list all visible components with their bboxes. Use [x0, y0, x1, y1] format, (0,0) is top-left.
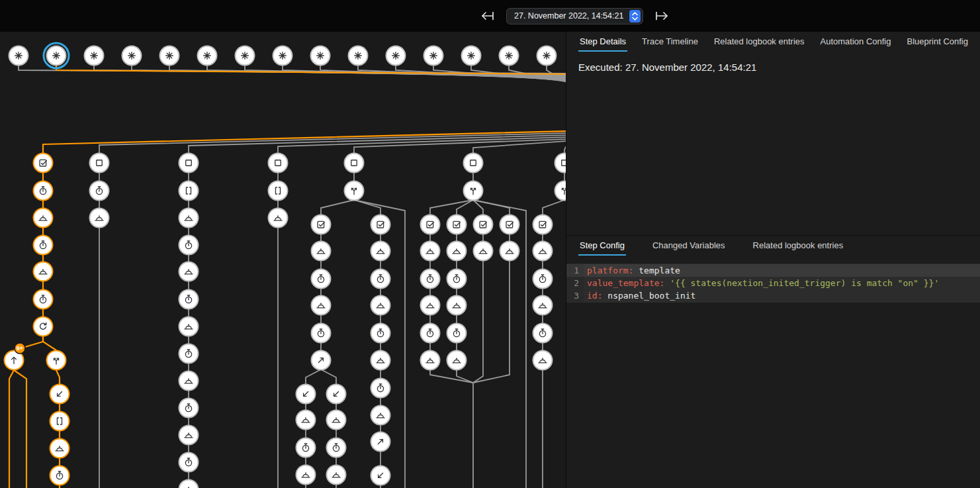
graph-node-arrow-sw[interactable]: [371, 466, 390, 485]
graph-node-dome[interactable]: [371, 296, 390, 315]
graph-node-brackets[interactable]: [50, 412, 69, 431]
graph-node-asterisk[interactable]: [349, 46, 368, 66]
graph-node-dome[interactable]: [474, 242, 493, 261]
graph-node-asterisk[interactable]: [537, 46, 557, 66]
graph-node-dome[interactable]: [312, 242, 331, 261]
graph-node-asterisk[interactable]: [9, 46, 28, 66]
graph-node-asterisk[interactable]: [122, 46, 142, 66]
graph-node-timer[interactable]: [179, 290, 199, 309]
graph-node-call-split[interactable]: [47, 351, 66, 370]
graph-node-asterisk[interactable]: [462, 46, 481, 66]
graph-node-dome[interactable]: [327, 411, 346, 430]
graph-node-asterisk[interactable]: [311, 46, 330, 66]
graph-node-dome[interactable]: [179, 209, 199, 228]
trace-graph-pane[interactable]: 9+: [0, 32, 566, 488]
graph-node-arrow-sw[interactable]: [327, 385, 346, 404]
graph-node-asterisk[interactable]: [500, 46, 519, 66]
graph-node-dome[interactable]: [179, 371, 199, 391]
graph-node-asterisk[interactable]: [160, 46, 179, 66]
graph-node-timer[interactable]: [50, 466, 69, 485]
tab-related-logbook-entries[interactable]: Related logbook entries: [752, 236, 845, 256]
graph-node-checkbox[interactable]: [447, 215, 467, 234]
graph-node-square[interactable]: [90, 154, 109, 173]
graph-node-timer[interactable]: [421, 269, 440, 289]
graph-node-decision[interactable]: [345, 181, 364, 201]
graph-node-dome[interactable]: [533, 351, 553, 370]
previous-trace-button[interactable]: [478, 9, 498, 23]
graph-node-timer[interactable]: [327, 438, 346, 458]
graph-node-timer[interactable]: [34, 181, 53, 201]
graph-node-repeat[interactable]: [34, 317, 53, 336]
graph-node-decision[interactable]: [464, 181, 483, 201]
graph-node-dome[interactable]: [179, 426, 199, 445]
graph-node-dome[interactable]: [34, 262, 53, 281]
graph-node-timer[interactable]: [179, 344, 199, 364]
tab-changed-variables[interactable]: Changed Variables: [651, 236, 727, 256]
graph-node-square[interactable]: [345, 154, 364, 173]
graph-node-asterisk[interactable]: [424, 46, 443, 66]
graph-node-decision[interactable]: [555, 181, 566, 201]
graph-node-timer[interactable]: [34, 290, 53, 309]
graph-node-checkbox[interactable]: [34, 154, 53, 173]
graph-node-checkbox[interactable]: [421, 215, 440, 234]
graph-node-dome[interactable]: [500, 242, 519, 261]
graph-node-timer[interactable]: [179, 236, 199, 255]
graph-node-timer[interactable]: [371, 379, 390, 398]
graph-node-arrow-ne[interactable]: [312, 351, 331, 370]
graph-node-timer[interactable]: [371, 324, 390, 343]
graph-node-asterisk[interactable]: [386, 46, 406, 66]
graph-node-dome[interactable]: [533, 242, 553, 261]
graph-node-dome[interactable]: [327, 465, 346, 485]
graph-node-dome[interactable]: [296, 465, 316, 485]
code-editor[interactable]: 1platform: template2value_template: '{{ …: [566, 264, 980, 303]
graph-node-checkbox[interactable]: [500, 215, 519, 234]
graph-node-brackets[interactable]: [269, 181, 288, 201]
graph-node-arrow-sw[interactable]: [50, 385, 69, 404]
graph-node-square[interactable]: [464, 154, 483, 173]
graph-node-timer[interactable]: [34, 236, 53, 255]
tab-related-logbook-entries[interactable]: Related logbook entries: [713, 32, 806, 52]
graph-node-timer[interactable]: [179, 453, 199, 472]
graph-node-dome[interactable]: [34, 209, 53, 228]
graph-node-checkbox[interactable]: [312, 215, 331, 234]
graph-node-dome[interactable]: [269, 209, 288, 228]
graph-node-dome[interactable]: [312, 296, 331, 315]
graph-node-dome[interactable]: [179, 262, 199, 281]
graph-node-timer[interactable]: [447, 269, 467, 289]
tab-step-config[interactable]: Step Config: [578, 236, 626, 256]
graph-node-dome[interactable]: [179, 317, 199, 336]
graph-node-dome[interactable]: [50, 439, 69, 458]
graph-node-asterisk[interactable]: [44, 43, 69, 68]
trace-select[interactable]: 27. November 2022, 14:54:21: [506, 8, 643, 24]
graph-node-timer[interactable]: [90, 181, 109, 201]
graph-node-dome[interactable]: [533, 296, 553, 315]
graph-node-dome[interactable]: [421, 351, 440, 370]
next-trace-button[interactable]: [652, 9, 672, 23]
graph-node-timer[interactable]: [312, 269, 331, 289]
graph-node-checkbox[interactable]: [533, 215, 553, 234]
graph-node-dome[interactable]: [447, 242, 467, 261]
graph-node-dome[interactable]: [371, 351, 390, 370]
graph-node-asterisk[interactable]: [273, 46, 292, 66]
graph-node-timer[interactable]: [312, 324, 331, 343]
tab-automation-config[interactable]: Automation Config: [819, 32, 893, 52]
graph-node-dome[interactable]: [421, 296, 440, 315]
graph-node-timer[interactable]: [371, 269, 390, 289]
graph-node-arrow-sw[interactable]: [296, 385, 316, 404]
graph-node-asterisk[interactable]: [85, 46, 104, 66]
graph-node-square[interactable]: [555, 154, 566, 173]
graph-node-dome[interactable]: [296, 411, 316, 430]
graph-node-square[interactable]: [179, 154, 199, 173]
graph-node-asterisk[interactable]: [198, 46, 217, 66]
graph-node-dome[interactable]: [447, 296, 467, 315]
graph-node-dome[interactable]: [90, 209, 109, 228]
graph-node-dome[interactable]: [421, 242, 440, 261]
graph-node-asterisk[interactable]: [236, 46, 255, 66]
graph-node-dome[interactable]: [179, 480, 199, 488]
graph-node-timer[interactable]: [533, 269, 553, 289]
graph-node-timer[interactable]: [421, 324, 440, 343]
graph-node-timer[interactable]: [533, 324, 553, 343]
graph-node-dome[interactable]: [371, 406, 390, 425]
graph-node-arrow-ne[interactable]: [371, 432, 390, 452]
graph-node-timer[interactable]: [296, 438, 316, 458]
